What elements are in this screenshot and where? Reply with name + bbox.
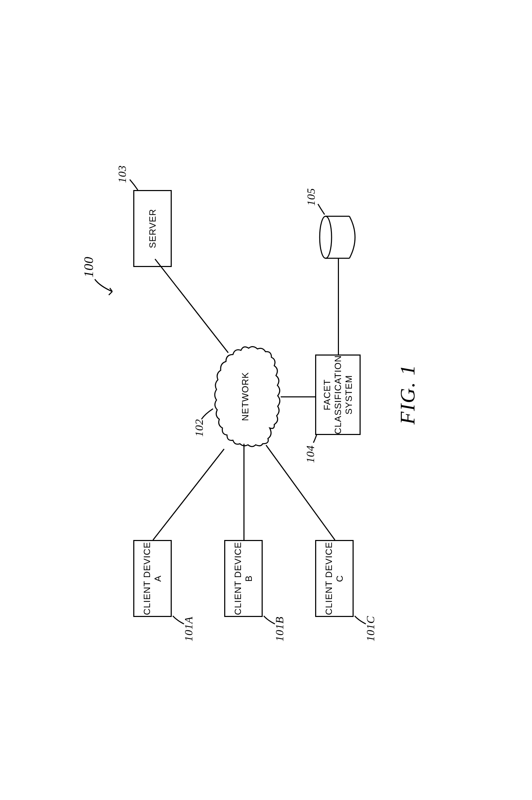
line-b-network: [243, 444, 244, 540]
client-a-box: CLIENT DEVICE A: [133, 540, 172, 617]
database-lead: [317, 202, 334, 216]
client-a-ref: 101A: [182, 616, 195, 641]
client-c-text1: CLIENT DEVICE: [324, 542, 334, 615]
facet-lead: [312, 430, 329, 444]
client-c-ref: 101C: [364, 616, 377, 641]
network-label: NETWORK: [240, 372, 250, 421]
figure-arrow: [93, 274, 118, 299]
line-network-server: [154, 259, 228, 353]
server-lead: [128, 178, 146, 192]
line-c-network: [265, 445, 335, 540]
network-diagram: 100 CLIENT DEVICE A 101A CLIENT DEVICE B…: [91, 155, 441, 645]
facet-text3: SYSTEM: [343, 375, 354, 415]
client-c-text2: C: [334, 575, 345, 582]
client-b-ref: 101B: [273, 616, 286, 641]
client-a-text1: CLIENT DEVICE: [142, 542, 152, 615]
client-a-text2: A: [152, 575, 163, 582]
facet-text2: CLASSIFICATION: [332, 355, 343, 434]
line-network-facet: [281, 397, 315, 398]
line-a-network: [152, 449, 225, 540]
network-ref: 102: [193, 419, 206, 437]
client-b-text1: CLIENT DEVICE: [233, 542, 243, 615]
line-facet-db: [338, 258, 339, 355]
client-c-box: CLIENT DEVICE C: [315, 540, 354, 617]
server-ref: 103: [116, 165, 129, 183]
network-cloud: NETWORK: [207, 344, 284, 449]
facet-text1: FACET: [321, 379, 332, 410]
database-ref: 105: [305, 188, 318, 206]
client-b-box: CLIENT DEVICE B: [224, 540, 263, 617]
svg-point-0: [320, 216, 332, 258]
facet-ref: 104: [304, 445, 317, 463]
server-label: SERVER: [147, 209, 158, 248]
server-box: SERVER: [133, 190, 172, 267]
database-cylinder: [319, 215, 354, 260]
client-b-text2: B: [243, 575, 254, 582]
figure-caption: FIG. 1: [396, 364, 420, 424]
facet-box: FACET CLASSIFICATION SYSTEM: [315, 355, 361, 435]
